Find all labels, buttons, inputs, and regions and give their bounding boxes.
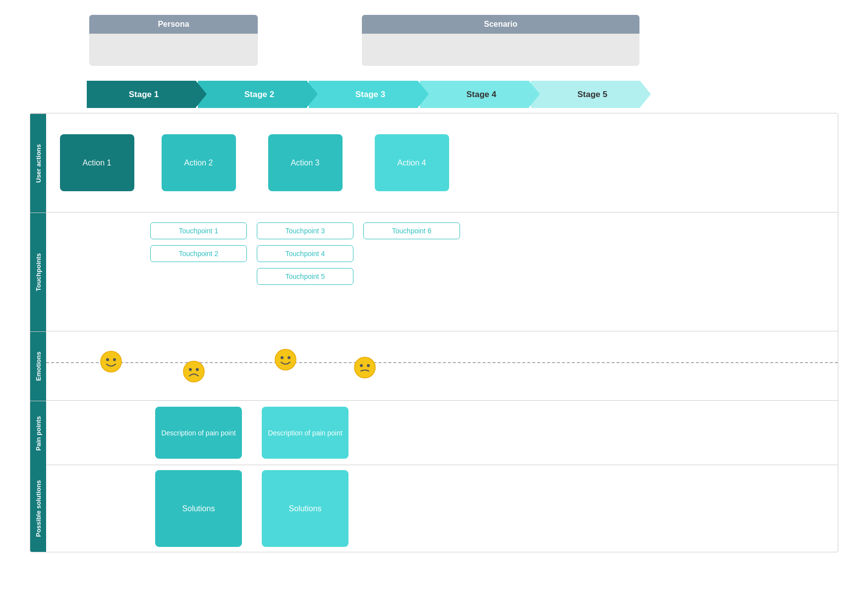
stage1-actions: Action 1 xyxy=(54,134,140,191)
stage2-actions: Action 2 xyxy=(150,134,247,191)
stage4-actions: Action 4 xyxy=(363,134,460,191)
svg-point-11 xyxy=(367,364,370,367)
solution-card-2[interactable]: Solutions xyxy=(262,470,348,547)
label-pain-points: Pain points xyxy=(30,401,46,465)
scenario-box: Scenario xyxy=(362,15,639,66)
persona-header: Persona xyxy=(89,15,258,34)
touchpoint-6[interactable]: Touchpoint 6 xyxy=(363,222,460,239)
emotions-row xyxy=(46,331,838,401)
stage-4: Stage 4 xyxy=(420,81,529,108)
content-area: Action 1 Action 2 Action 3 xyxy=(46,113,838,552)
svg-point-8 xyxy=(288,356,290,359)
emotion-face-3 xyxy=(274,348,297,373)
touchpoint-1[interactable]: Touchpoint 1 xyxy=(150,222,247,239)
solutions-row: Solutions Solutions xyxy=(46,465,838,552)
touchpoint-4[interactable]: Touchpoint 4 xyxy=(257,245,353,262)
action-3[interactable]: Action 3 xyxy=(268,134,343,191)
svg-point-5 xyxy=(196,368,199,371)
label-solutions: Possible solutions xyxy=(30,465,46,552)
stage4-touchpoints: Touchpoint 6 xyxy=(363,220,460,239)
stage3-pain: Description of pain point xyxy=(257,407,353,459)
label-emotions: Emotions xyxy=(30,331,46,401)
stages-section: Stage 1 Stage 2 Stage 3 Stage 4 Stage 5 xyxy=(87,81,838,108)
pain-card-2[interactable]: Description of pain point xyxy=(262,407,348,459)
page: Persona Scenario Stage 1 Stage 2 Stage 3… xyxy=(0,0,868,589)
stage-2: Stage 2 xyxy=(198,81,307,108)
svg-point-9 xyxy=(354,357,375,378)
svg-point-0 xyxy=(101,351,121,372)
emotion-face-4 xyxy=(353,356,376,381)
user-actions-row: Action 1 Action 2 Action 3 xyxy=(46,113,838,213)
label-user-actions: User actions xyxy=(30,113,46,213)
stage-1: Stage 1 xyxy=(87,81,196,108)
touchpoint-3[interactable]: Touchpoint 3 xyxy=(257,222,353,239)
stage3-solution: Solutions xyxy=(257,470,353,547)
pain-points-row: Description of pain point Description of… xyxy=(46,401,838,465)
stage-3: Stage 3 xyxy=(309,81,418,108)
action-4[interactable]: Action 4 xyxy=(375,134,449,191)
scenario-body xyxy=(362,34,639,66)
persona-box: Persona xyxy=(89,15,258,66)
touchpoint-5[interactable]: Touchpoint 5 xyxy=(257,268,353,285)
svg-point-1 xyxy=(106,358,109,361)
stage-5: Stage 5 xyxy=(531,81,640,108)
pain-card-1[interactable]: Description of pain point xyxy=(155,407,242,459)
svg-point-7 xyxy=(281,356,284,359)
action-1[interactable]: Action 1 xyxy=(60,134,134,191)
persona-body xyxy=(89,34,258,66)
solution-card-1[interactable]: Solutions xyxy=(155,470,242,547)
svg-point-2 xyxy=(113,358,116,361)
top-section: Persona Scenario xyxy=(30,15,838,66)
emotions-baseline xyxy=(46,362,838,363)
stage3-actions: Action 3 xyxy=(257,134,353,191)
main-grid: User actions Touchpoints Emotions Pain p… xyxy=(30,113,838,552)
svg-point-3 xyxy=(183,361,204,382)
touchpoints-row: Touchpoint 1 Touchpoint 2 Touchpoint 3 T… xyxy=(46,213,838,331)
touchpoint-2[interactable]: Touchpoint 2 xyxy=(150,245,247,262)
stage2-solution: Solutions xyxy=(150,470,247,547)
row-labels: User actions Touchpoints Emotions Pain p… xyxy=(30,113,46,552)
label-touchpoints: Touchpoints xyxy=(30,213,46,331)
svg-point-4 xyxy=(189,368,192,371)
stage2-pain: Description of pain point xyxy=(150,407,247,459)
svg-point-6 xyxy=(275,349,296,370)
svg-point-10 xyxy=(360,364,363,367)
stage2-touchpoints: Touchpoint 1 Touchpoint 2 xyxy=(150,220,247,262)
emotion-face-1 xyxy=(100,350,122,375)
stage3-touchpoints: Touchpoint 3 Touchpoint 4 Touchpoint 5 xyxy=(257,220,353,285)
action-2[interactable]: Action 2 xyxy=(162,134,236,191)
scenario-header: Scenario xyxy=(362,15,639,34)
emotion-face-2 xyxy=(182,360,205,385)
